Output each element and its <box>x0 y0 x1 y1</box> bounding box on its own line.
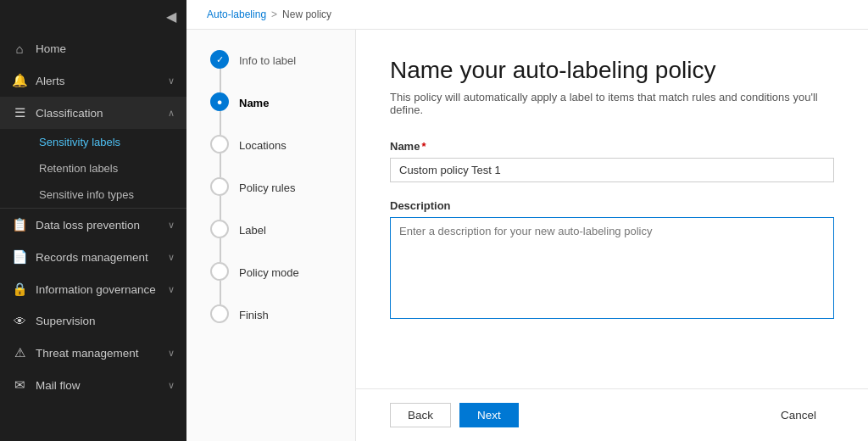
sidebar-collapse-button[interactable]: ◀ <box>0 0 186 33</box>
step-connector-3 <box>220 196 221 220</box>
classification-submenu: Sensitivity labels Retention labels Sens… <box>0 129 186 208</box>
sidebar-item-label: Home <box>36 42 175 55</box>
sidebar-item-records-management[interactable]: 📄 Records management ∨ <box>0 241 186 273</box>
chevron-down-icon: ∨ <box>168 252 175 263</box>
chevron-down-icon: ∨ <box>168 220 175 231</box>
step-circle-info-to-label: ✓ <box>210 50 229 69</box>
step-label-name: Name <box>239 95 269 109</box>
breadcrumb-separator: > <box>271 8 277 20</box>
sidebar-item-classification[interactable]: ☰ Classification ∧ <box>0 97 186 129</box>
step-circle-locations <box>210 135 229 154</box>
sidebar-item-mail-flow[interactable]: ✉ Mail flow ∨ <box>0 369 186 401</box>
breadcrumb-current: New policy <box>282 8 331 20</box>
name-field-label: Name* <box>390 140 834 153</box>
step-policy-rules: Policy rules <box>210 177 355 220</box>
form-area: Name your auto-labeling policy This poli… <box>356 30 868 388</box>
content-area: ✓ Info to label ● Name <box>186 30 868 441</box>
step-connector-4 <box>220 238 221 262</box>
step-label-finish: Finish <box>239 307 269 321</box>
step-label-info-to-label: Info to label <box>239 53 296 67</box>
step-policy-mode: Policy mode <box>210 262 355 304</box>
sidebar-item-label: Records management <box>36 251 159 264</box>
home-icon: ⌂ <box>12 42 27 56</box>
dlp-icon: 📋 <box>12 217 27 232</box>
step-circle-finish <box>210 304 229 323</box>
sidebar-item-retention-labels[interactable]: Retention labels <box>0 155 186 181</box>
description-field-group: Description <box>390 199 834 322</box>
description-field-label: Description <box>390 199 834 212</box>
step-label: Label <box>210 220 355 262</box>
chevron-up-icon: ∧ <box>168 108 175 119</box>
next-button[interactable]: Next <box>459 403 519 427</box>
step-circle-policy-rules <box>210 177 229 196</box>
collapse-icon: ◀ <box>166 8 176 25</box>
back-button[interactable]: Back <box>390 403 451 427</box>
step-name: ● Name <box>210 92 355 135</box>
sidebar-item-supervision[interactable]: 👁 Supervision <box>0 305 186 337</box>
sidebar-item-label: Data loss prevention <box>36 219 159 232</box>
sidebar-item-label: Information governance <box>36 283 159 296</box>
alerts-icon: 🔔 <box>12 73 27 88</box>
step-finish: Finish <box>210 304 355 323</box>
sidebar-item-information-governance[interactable]: 🔒 Information governance ∨ <box>0 273 186 305</box>
chevron-down-icon: ∨ <box>168 75 175 87</box>
chevron-down-icon: ∨ <box>168 348 175 359</box>
sidebar-item-label: Alerts <box>36 75 159 87</box>
form-container: Name your auto-labeling policy This poli… <box>356 30 868 441</box>
sensitive-info-label: Sensitive info types <box>39 188 134 201</box>
name-field-group: Name* <box>390 140 834 182</box>
sidebar-item-data-loss-prevention[interactable]: 📋 Data loss prevention ∨ <box>0 209 186 241</box>
sidebar-item-sensitive-info-types[interactable]: Sensitive info types <box>0 181 186 208</box>
step-connector-0 <box>220 69 221 92</box>
cancel-button[interactable]: Cancel <box>763 403 834 427</box>
records-icon: 📄 <box>12 249 27 265</box>
step-label-label: Label <box>239 222 266 237</box>
breadcrumb: Auto-labeling > New policy <box>186 0 868 30</box>
sidebar: ◀ ⌂ Home 🔔 Alerts ∨ ☰ Classification ∧ S… <box>0 0 186 441</box>
sidebar-item-home[interactable]: ⌂ Home <box>0 33 186 64</box>
main-content: Auto-labeling > New policy ✓ Info to lab… <box>186 0 868 441</box>
step-label-policy-rules: Policy rules <box>239 180 295 194</box>
chevron-down-icon: ∨ <box>168 284 175 295</box>
sidebar-item-threat-management[interactable]: ⚠ Threat management ∨ <box>0 337 186 369</box>
sidebar-item-sensitivity-labels[interactable]: Sensitivity labels <box>0 129 186 155</box>
classification-section: ☰ Classification ∧ Sensitivity labels Re… <box>0 97 186 209</box>
sensitivity-labels-label: Sensitivity labels <box>39 136 120 148</box>
sidebar-item-alerts[interactable]: 🔔 Alerts ∨ <box>0 64 186 97</box>
chevron-down-icon: ∨ <box>168 380 175 391</box>
steps-list: ✓ Info to label ● Name <box>210 50 355 323</box>
description-input[interactable] <box>390 217 834 319</box>
step-connector-5 <box>220 281 221 304</box>
info-governance-icon: 🔒 <box>12 282 27 297</box>
step-locations: Locations <box>210 135 355 177</box>
step-circle-label <box>210 220 229 238</box>
mail-icon: ✉ <box>12 377 27 393</box>
step-label-locations: Locations <box>239 137 287 152</box>
supervision-icon: 👁 <box>12 314 27 328</box>
classification-icon: ☰ <box>12 105 27 120</box>
retention-labels-label: Retention labels <box>39 162 118 175</box>
form-subtitle: This policy will automatically apply a l… <box>390 91 834 116</box>
sidebar-item-label: Mail flow <box>36 379 159 392</box>
name-input[interactable] <box>390 158 834 182</box>
step-circle-name: ● <box>210 92 229 111</box>
step-connector-1 <box>220 111 221 135</box>
step-info-to-label: ✓ Info to label <box>210 50 355 92</box>
sidebar-item-label: Threat management <box>36 347 159 360</box>
threat-icon: ⚠ <box>12 345 27 360</box>
sidebar-item-label: Supervision <box>36 315 175 327</box>
page-title: Name your auto-labeling policy <box>390 57 834 84</box>
breadcrumb-parent-link[interactable]: Auto-labeling <box>207 8 266 20</box>
step-connector-2 <box>220 154 221 177</box>
wizard-steps-panel: ✓ Info to label ● Name <box>186 30 356 441</box>
form-actions: Back Next Cancel <box>356 388 868 441</box>
step-label-policy-mode: Policy mode <box>239 265 299 279</box>
sidebar-item-label: Classification <box>36 107 159 120</box>
step-circle-policy-mode <box>210 262 229 281</box>
